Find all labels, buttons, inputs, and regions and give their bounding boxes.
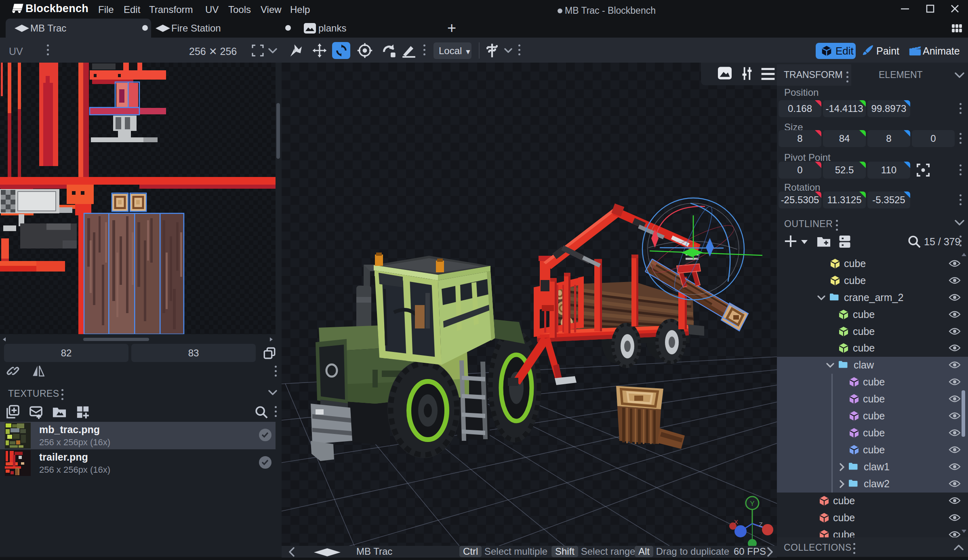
svg-text:Y: Y	[750, 500, 754, 507]
svg-text:Z: Z	[759, 521, 762, 528]
svg-text:X: X	[734, 518, 738, 525]
